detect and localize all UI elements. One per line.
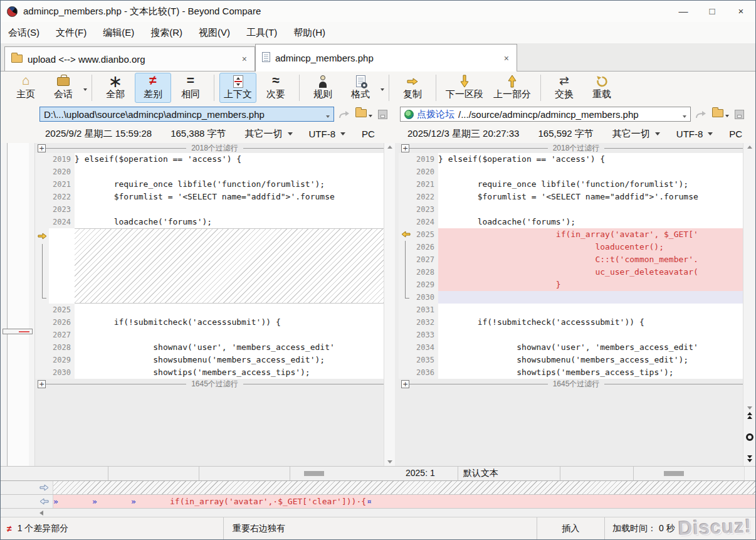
code-line[interactable]: 2022 $forumlist = '<SELECT name="addfid"… — [399, 191, 743, 203]
right-filter-dropdown[interactable]: 其它一切 — [612, 128, 660, 140]
close-button[interactable]: × — [727, 1, 755, 22]
code-line[interactable]: 2033 — [399, 329, 743, 341]
swap-sides-icon[interactable] — [695, 110, 706, 119]
detail-left-line[interactable] — [1, 481, 755, 495]
scroll-up-icon[interactable] — [387, 146, 392, 149]
line-text[interactable]: showsubmenu('members_access_edit'); — [75, 354, 384, 366]
code-line[interactable]: 2032 if(!submitcheck('accesssubmit')) { — [399, 316, 743, 329]
chevron-down-icon[interactable] — [683, 109, 686, 120]
save-icon[interactable] — [735, 110, 744, 119]
menu-item[interactable]: 帮助(H) — [293, 27, 325, 39]
expand-section-icon[interactable]: + — [38, 144, 46, 152]
minimize-button[interactable]: — — [669, 1, 698, 22]
scroll-left-icon[interactable] — [36, 511, 47, 516]
line-text[interactable] — [75, 304, 384, 316]
line-text[interactable] — [438, 304, 743, 316]
code-line[interactable]: 2021 require_once libfile('function/foru… — [399, 178, 743, 191]
rules-button[interactable]: 规则 — [305, 73, 341, 103]
diff-arrow-left-icon[interactable] — [401, 228, 411, 241]
save-icon[interactable] — [378, 110, 387, 119]
right-encoding-dropdown[interactable]: UTF-8 — [676, 129, 713, 139]
code-line[interactable]: 2020 — [399, 166, 743, 178]
diff-code-line[interactable]: 2028 uc_user_deleteavatar( — [399, 266, 743, 278]
code-line[interactable]: 2020 — [35, 166, 384, 178]
menu-item[interactable]: 编辑(E) — [103, 27, 134, 39]
last-difference-icon[interactable] — [747, 455, 752, 462]
code-line[interactable]: 2023 — [35, 203, 384, 216]
line-text[interactable]: showtips('members_access_tips'); — [438, 366, 743, 379]
minor-button[interactable]: ≈次要 — [258, 73, 294, 103]
code-line[interactable]: 2027 — [35, 329, 384, 341]
swap-sides-icon[interactable] — [339, 110, 350, 119]
scroll-up-icon[interactable] — [747, 146, 752, 149]
format-button[interactable]: 格式 — [342, 73, 379, 103]
close-tab-icon[interactable]: × — [503, 53, 510, 63]
left-path-combo[interactable]: D:\...\upload\source\admincp\admincp_mem… — [39, 107, 334, 122]
right-path-combo[interactable]: 点拨论坛 /.../source/admincp/admincp_members… — [400, 107, 691, 122]
line-text[interactable]: loadcache('forums'); — [75, 216, 384, 228]
detail-right-content[interactable]: » » » if(in_array('avatar',·$_GET['clear… — [53, 495, 755, 508]
menu-item[interactable]: 工具(T) — [246, 27, 277, 39]
code-line[interactable]: 2024 loadcache('forums'); — [399, 216, 743, 228]
session-tab[interactable]: admincp_members.php× — [255, 44, 517, 71]
home-button[interactable]: ⌂主页 — [8, 73, 44, 103]
prev-section-button[interactable]: 上一部分 — [489, 73, 535, 103]
code-line[interactable]: 2026 if(!submitcheck('accesssubmit')) { — [35, 316, 384, 329]
all-button[interactable]: ∗全部 — [97, 73, 134, 103]
line-text[interactable] — [75, 166, 384, 178]
code-line[interactable]: 2030 — [399, 291, 743, 304]
right-syntax-mode[interactable]: 默认文本 — [458, 467, 560, 480]
scrollbar-thumb[interactable] — [304, 471, 324, 476]
detail-left-content-missing[interactable] — [53, 481, 755, 494]
menu-item[interactable]: 会话(S) — [8, 27, 39, 39]
swap-button[interactable]: ⇄交换 — [546, 73, 582, 103]
line-text[interactable]: C::t('common_member'. — [438, 253, 743, 266]
code-line[interactable]: 2023 — [399, 203, 743, 216]
expand-section-icon[interactable]: + — [401, 380, 409, 388]
code-line[interactable]: 2030 showtips('members_access_tips'); — [35, 366, 384, 379]
diff-code-line[interactable]: 2027 C::t('common_member'. — [399, 253, 743, 266]
line-text[interactable]: } — [438, 278, 743, 291]
line-text[interactable]: loaducenter(); — [438, 241, 743, 253]
session-tab[interactable]: upload <--> www.dianbo.org× — [4, 46, 255, 71]
scrollbar-thumb[interactable] — [664, 471, 684, 476]
browse-folder-icon[interactable] — [712, 109, 729, 120]
line-text[interactable]: } elseif($operation == 'access') { — [75, 153, 384, 166]
right-vertical-scrollbar[interactable] — [743, 143, 755, 466]
line-text[interactable]: shownav('user', 'members_access_edit' — [75, 341, 384, 354]
current-difference-icon[interactable] — [746, 433, 753, 441]
line-text[interactable]: if(in_array('avatar', $_GET[' — [438, 228, 743, 241]
menu-item[interactable]: 文件(F) — [56, 27, 87, 39]
line-text[interactable]: shownav('user', 'members_access_edit' — [438, 341, 743, 354]
left-horizontal-scrollbar[interactable] — [290, 467, 396, 480]
context-button[interactable]: 上下文 — [219, 73, 256, 103]
right-code-pane[interactable]: +2018个过滤行2019} elseif($operation == 'acc… — [399, 143, 743, 466]
differences-button[interactable]: ≠差别 — [135, 73, 171, 103]
dropdown-caret-icon[interactable] — [83, 82, 87, 93]
line-text[interactable]: } elseif($operation == 'access') { — [438, 153, 743, 166]
line-text[interactable] — [75, 329, 384, 341]
code-line[interactable]: 2034 shownav('user', 'members_access_edi… — [399, 341, 743, 354]
line-text[interactable] — [438, 291, 743, 304]
left-code-pane[interactable]: +2018个过滤行2019} elseif($operation == 'acc… — [35, 143, 384, 466]
line-text[interactable]: $forumlist = '<SELECT name="addfid">'.fo… — [75, 191, 384, 203]
code-line[interactable]: 2019} elseif($operation == 'access') { — [35, 153, 384, 166]
code-line[interactable]: 2025 — [35, 304, 384, 316]
right-horizontal-scrollbar[interactable] — [634, 467, 744, 480]
copy-to-right-icon[interactable] — [39, 484, 49, 491]
code-line[interactable]: 2021 require_once libfile('function/foru… — [35, 178, 384, 191]
diff-code-line[interactable]: 2025 if(in_array('avatar', $_GET[' — [399, 228, 743, 241]
browse-folder-icon[interactable] — [355, 109, 372, 120]
next-section-button[interactable]: 下一区段 — [441, 73, 488, 103]
same-button[interactable]: =相同 — [172, 73, 209, 103]
diff-code-line[interactable]: 2029 } — [399, 278, 743, 291]
line-text[interactable]: uc_user_deleteavatar( — [438, 266, 743, 278]
alignment-overview-strip[interactable] — [1, 143, 35, 466]
copy-to-left-icon[interactable] — [39, 498, 49, 505]
expand-section-icon[interactable]: + — [38, 380, 46, 388]
line-text[interactable]: $forumlist = '<SELECT name="addfid">'.fo… — [438, 191, 743, 203]
line-text[interactable] — [438, 329, 743, 341]
chevron-down-icon[interactable] — [326, 109, 330, 120]
line-text[interactable]: if(!submitcheck('accesssubmit')) { — [438, 316, 743, 329]
line-text[interactable] — [75, 203, 384, 216]
